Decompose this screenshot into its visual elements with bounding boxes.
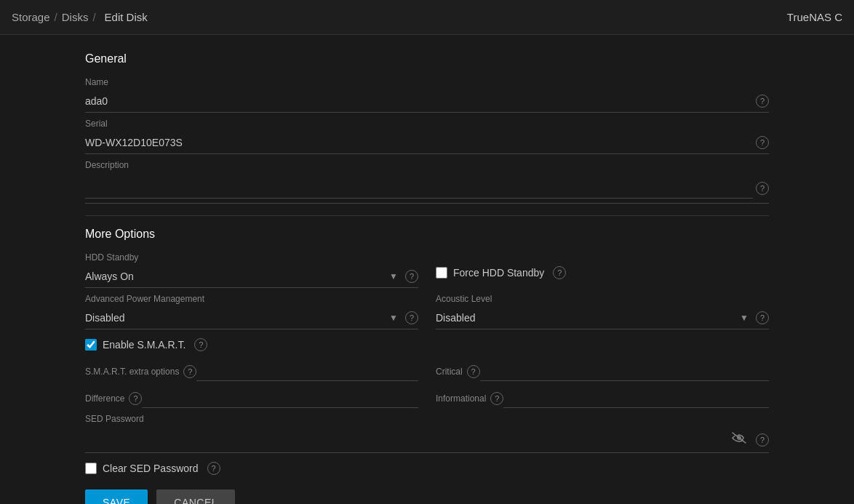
critical-label-row: Critical ? <box>436 365 480 378</box>
difference-input[interactable] <box>142 391 418 403</box>
critical-col: Critical ? <box>436 360 769 381</box>
acoustic-help-icon[interactable]: ? <box>756 311 769 324</box>
critical-input-row <box>480 360 769 381</box>
force-hdd-standby-checkbox[interactable] <box>436 267 447 279</box>
informational-input[interactable] <box>503 391 769 403</box>
brand: TrueNAS C <box>787 11 842 23</box>
more-options-section-title: More Options <box>85 228 769 241</box>
description-input[interactable] <box>85 177 753 199</box>
description-field-group: Description ? <box>85 160 769 204</box>
acoustic-col: Acoustic Level Disabled Minimum Medium M… <box>436 294 769 329</box>
sed-password-label: SED Password <box>85 414 769 424</box>
sed-password-help-icon[interactable]: ? <box>756 433 769 447</box>
clear-sed-label: Clear SED Password <box>103 463 199 474</box>
smart-extra-input-row <box>196 360 418 381</box>
hdd-standby-select-wrapper: Always On 5 10 20 30 60 120 180 240 300 … <box>85 265 418 288</box>
smart-extra-col: S.M.A.R.T. extra options ? <box>85 360 418 381</box>
hdd-standby-help-icon[interactable]: ? <box>405 270 418 283</box>
critical-label: Critical <box>436 367 463 377</box>
informational-label-row: Informational ? <box>436 392 503 405</box>
hdd-standby-col: HDD Standby Always On 5 10 20 30 60 120 … <box>85 252 418 288</box>
acoustic-select-wrapper: Disabled Minimum Medium Maximum ▼ ? <box>436 307 769 329</box>
serial-field-group: Serial WD-WX12D10E073S ? <box>85 119 769 154</box>
informational-input-row <box>503 387 769 408</box>
force-standby-col: Force HDD Standby ? <box>436 252 769 288</box>
apm-help-icon[interactable]: ? <box>405 311 418 324</box>
breadcrumb-current: Edit Disk <box>105 11 148 23</box>
apm-select[interactable]: Disabled 1 Minimum Power Usage with Stan… <box>85 312 402 324</box>
smart-extra-label: S.M.A.R.T. extra options <box>85 367 179 377</box>
clear-sed-help-icon[interactable]: ? <box>207 462 220 475</box>
difference-label-row: Difference ? <box>85 392 142 405</box>
apm-col: Advanced Power Management Disabled 1 Min… <box>85 294 418 329</box>
acoustic-select[interactable]: Disabled Minimum Medium Maximum <box>436 312 753 324</box>
apm-select-wrapper: Disabled 1 Minimum Power Usage with Stan… <box>85 307 418 329</box>
name-help-icon[interactable]: ? <box>756 95 769 108</box>
force-standby-wrapper: Force HDD Standby ? <box>436 266 566 279</box>
apm-label: Advanced Power Management <box>85 294 418 304</box>
sed-password-input[interactable] <box>85 434 725 446</box>
hdd-standby-row: HDD Standby Always On 5 10 20 30 60 120 … <box>85 252 769 288</box>
general-section-title: General <box>85 52 769 65</box>
hdd-standby-select[interactable]: Always On 5 10 20 30 60 120 180 240 300 <box>85 271 402 282</box>
smart-extra-help-icon[interactable]: ? <box>183 365 196 378</box>
smart-critical-row: S.M.A.R.T. extra options ? Critical ? <box>85 360 769 381</box>
name-field-group: Name ada0 ? <box>85 77 769 113</box>
serial-label: Serial <box>85 119 769 129</box>
enable-smart-wrapper: Enable S.M.A.R.T. ? <box>85 338 769 351</box>
force-hdd-standby-label: Force HDD Standby <box>453 267 544 279</box>
apm-acoustic-row: Advanced Power Management Disabled 1 Min… <box>85 294 769 329</box>
difference-col: Difference ? <box>85 387 418 408</box>
name-value: ada0 <box>85 95 108 107</box>
sed-password-row: ? <box>85 427 769 453</box>
serial-value: WD-WX12D10E073S <box>85 137 183 148</box>
sed-password-group: SED Password ? <box>85 414 769 453</box>
diff-info-row: Difference ? Informational ? <box>85 387 769 408</box>
enable-smart-checkbox[interactable] <box>85 339 97 351</box>
topbar: Storage / Disks / Edit Disk TrueNAS C <box>0 0 854 35</box>
clear-sed-checkbox[interactable] <box>85 463 97 474</box>
smart-extra-label-row: S.M.A.R.T. extra options ? <box>85 365 196 378</box>
name-label: Name <box>85 77 769 87</box>
informational-col: Informational ? <box>436 387 769 408</box>
informational-help-icon[interactable]: ? <box>490 392 503 405</box>
difference-help-icon[interactable]: ? <box>129 392 142 405</box>
clear-sed-wrapper: Clear SED Password ? <box>85 462 769 475</box>
name-value-row: ada0 ? <box>85 90 769 113</box>
divider-general <box>85 215 769 216</box>
description-help-icon[interactable]: ? <box>756 182 769 195</box>
informational-label: Informational <box>436 393 486 404</box>
main-content: General Name ada0 ? Serial WD-WX12D10E07… <box>85 35 769 504</box>
critical-input[interactable] <box>480 364 769 376</box>
save-button[interactable]: SAVE <box>85 489 148 504</box>
force-hdd-standby-help-icon[interactable]: ? <box>553 266 566 279</box>
difference-input-row <box>142 387 418 408</box>
critical-help-icon[interactable]: ? <box>467 365 480 378</box>
breadcrumb: Storage / Disks / Edit Disk <box>12 11 152 23</box>
cancel-button[interactable]: CANCEL <box>156 489 235 504</box>
smart-extra-input[interactable] <box>196 364 418 376</box>
breadcrumb-storage[interactable]: Storage <box>12 11 50 23</box>
hdd-standby-label: HDD Standby <box>85 252 418 263</box>
description-label: Description <box>85 160 769 170</box>
serial-value-row: WD-WX12D10E073S ? <box>85 132 769 154</box>
enable-smart-label: Enable S.M.A.R.T. <box>103 339 185 351</box>
breadcrumb-disks[interactable]: Disks <box>62 11 89 23</box>
sed-password-visibility-icon[interactable] <box>731 431 747 448</box>
description-value-row: ? <box>85 173 769 204</box>
acoustic-label: Acoustic Level <box>436 294 769 304</box>
enable-smart-help-icon[interactable]: ? <box>194 338 207 351</box>
button-row: SAVE CANCEL <box>85 489 769 504</box>
serial-help-icon[interactable]: ? <box>756 136 769 149</box>
difference-label: Difference <box>85 393 124 404</box>
